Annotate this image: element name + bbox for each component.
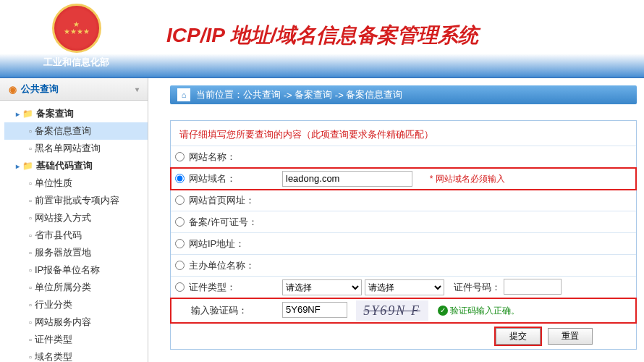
nav-tree: ▸ 📁 备案查询 ▫ 备案信息查询 ▫ 黑名单网站查询 ▸ 📁 基础代码查询 ▫… (0, 101, 148, 362)
check-icon: ✓ (438, 306, 448, 316)
cert-no-input[interactable] (504, 279, 562, 295)
required-note: * 网站域名必须输入 (430, 174, 505, 184)
page-icon: ▫ (29, 214, 32, 222)
captcha-input[interactable] (282, 302, 347, 318)
tree-item-domain-type[interactable]: ▫域名类型 (4, 348, 148, 362)
tree-item-region-code[interactable]: ▫省市县代码 (4, 227, 148, 244)
arrow-icon: ▸ (16, 110, 20, 118)
system-title: ICP/IP 地址/域名信息备案管理系统 (166, 22, 478, 49)
crumb-filing[interactable]: 备案查询 (295, 88, 332, 101)
captcha-ok: ✓ 验证码输入正确。 (438, 305, 520, 317)
page-icon: ▫ (29, 231, 32, 240)
sidebar-header[interactable]: ◉ 公共查询 ▾ (0, 78, 148, 101)
tree-item-pre-approval[interactable]: ▫前置审批或专项内容 (4, 192, 148, 209)
tree-item-filing-info[interactable]: ▫ 备案信息查询 (4, 122, 148, 140)
reset-button[interactable]: 重置 (548, 328, 593, 345)
crumb-public[interactable]: 公共查询 (243, 88, 281, 101)
tree-item-unit-category[interactable]: ▫单位所属分类 (4, 279, 148, 296)
ministry-name: 工业和信息化部 (43, 56, 109, 69)
chevron-down-icon: ▾ (135, 85, 139, 93)
tree-group-filing-query[interactable]: ▸ 📁 备案查询 (4, 105, 148, 122)
tree-item-unit-nature[interactable]: ▫单位性质 (4, 174, 148, 192)
folder-icon: 📁 (22, 161, 33, 171)
radio-home-url[interactable]: 网站首页网址： (175, 194, 274, 207)
radio-host-unit[interactable]: 主办单位名称： (175, 259, 274, 272)
tree-item-industry[interactable]: ▫行业分类 (4, 296, 148, 313)
folder-icon: 📁 (22, 109, 33, 119)
cert-no-label: 证件号码： (454, 282, 501, 292)
page-icon: ▫ (29, 196, 32, 205)
tree-item-blacklist[interactable]: ▫ 黑名单网站查询 (4, 140, 148, 157)
tree-item-server-location[interactable]: ▫服务器放置地 (4, 244, 148, 261)
tree-item-access-method[interactable]: ▫网站接入方式 (4, 209, 148, 227)
collapse-icon: ◉ (9, 84, 17, 95)
tree-item-service-content[interactable]: ▫网站服务内容 (4, 313, 148, 331)
cert-type-select-1[interactable]: 请选择 (282, 279, 362, 295)
page-icon: ▫ (29, 283, 32, 292)
arrow-icon: ▸ (16, 162, 20, 170)
page-icon: ▫ (29, 127, 32, 135)
radio-site-domain[interactable]: 网站域名： (175, 172, 274, 185)
site-domain-input[interactable] (282, 171, 412, 187)
cert-type-select-2[interactable]: 请选择 (365, 279, 444, 295)
page-icon: ▫ (29, 353, 32, 361)
radio-site-name[interactable]: 网站名称： (175, 151, 274, 164)
submit-button[interactable]: 提交 (496, 328, 541, 345)
query-panel: 请仔细填写您所要查询的内容（此项查询要求条件精确匹配） 网站名称： 网站域名： … (170, 120, 637, 350)
radio-cert-type[interactable]: 证件类型： (175, 281, 274, 294)
crumb-info[interactable]: 备案信息查询 (346, 88, 402, 101)
tree-group-base-code[interactable]: ▸ 📁 基础代码查询 (4, 157, 148, 174)
page-icon: ▫ (29, 179, 32, 188)
captcha-label: 输入验证码： (191, 305, 247, 316)
instruction-text: 请仔细填写您所要查询的内容（此项查询要求条件精确匹配） (171, 121, 636, 146)
radio-license-no[interactable]: 备案/许可证号： (175, 216, 274, 229)
page-icon: ▫ (29, 318, 32, 327)
radio-ip[interactable]: 网站IP地址： (175, 237, 274, 251)
page-icon: ▫ (29, 335, 32, 344)
captcha-image[interactable]: 5Y69N F (356, 300, 428, 321)
tree-item-ip-unit[interactable]: ▫IP报备单位名称 (4, 261, 148, 279)
tree-item-cert-type[interactable]: ▫证件类型 (4, 331, 148, 348)
sidebar-title: 公共查询 (21, 83, 59, 96)
home-icon[interactable]: ⌂ (177, 88, 190, 101)
emblem-icon: ★★★★★ (52, 4, 101, 53)
sidebar: ◉ 公共查询 ▾ ▸ 📁 备案查询 ▫ 备案信息查询 ▫ 黑名单网站查询 ▸ 📁… (0, 78, 148, 362)
national-emblem: ★★★★★ 工业和信息化部 (43, 4, 109, 69)
page-icon: ▫ (29, 300, 32, 309)
page-icon: ▫ (29, 248, 32, 257)
breadcrumb: ⌂ 当前位置： 公共查询 -> 备案查询 -> 备案信息查询 (170, 85, 637, 104)
page-icon: ▫ (29, 266, 32, 274)
page-icon: ▫ (29, 144, 32, 153)
